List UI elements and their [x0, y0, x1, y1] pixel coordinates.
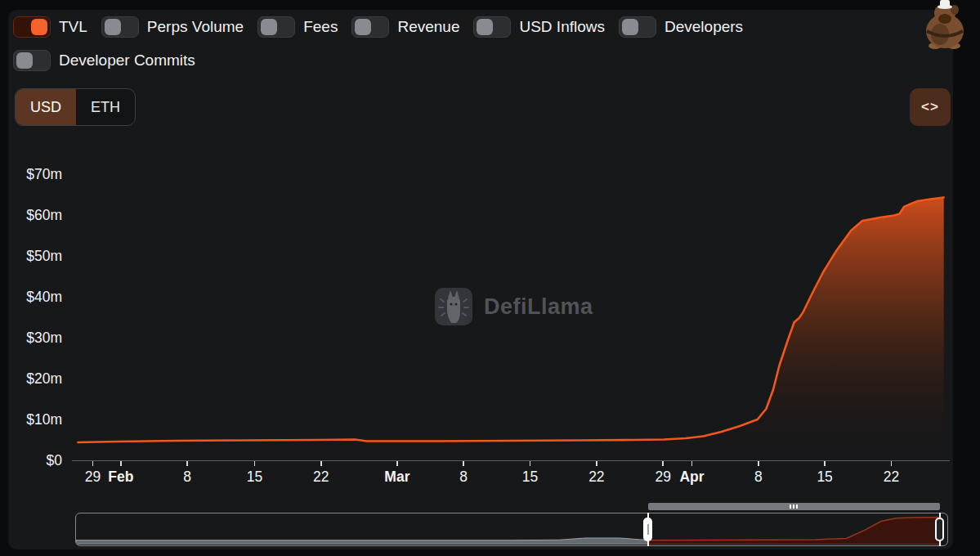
x-axis-label: Apr: [679, 469, 704, 486]
x-axis-tick: [530, 461, 531, 466]
toggle-knob: [355, 19, 371, 35]
drag-grip-icon: [796, 504, 798, 509]
x-axis-label: 8: [754, 469, 763, 486]
toggle-knob: [477, 19, 493, 35]
toggle-knob: [622, 19, 638, 35]
toggle-label: USD Inflows: [519, 18, 605, 36]
toggle-knob: [16, 52, 33, 69]
currency-option-eth[interactable]: ETH: [76, 89, 135, 125]
drag-grip-icon: [793, 504, 794, 509]
y-axis-label: $50m: [8, 248, 62, 265]
tvl-area-fill: [78, 198, 943, 462]
toggle-developer-commits[interactable]: Developer Commits: [13, 50, 195, 71]
x-axis-tick: [596, 461, 597, 466]
y-axis-label: $20m: [8, 370, 62, 388]
embed-code-button[interactable]: <>: [910, 88, 951, 126]
toggle-knob: [31, 19, 47, 35]
toggle-switch[interactable]: [351, 16, 389, 38]
x-axis-tick: [396, 461, 398, 466]
x-axis-label: 8: [183, 469, 191, 486]
x-axis-label: 22: [884, 469, 899, 486]
x-axis-label: 29: [85, 469, 101, 486]
toggle-switch[interactable]: [13, 16, 51, 38]
toggle-switch[interactable]: [13, 50, 51, 71]
brush-selected-area: [649, 518, 941, 545]
toggle-label: Revenue: [397, 18, 459, 36]
toggle-tvl[interactable]: TVL: [13, 16, 87, 38]
brush-drag-bar[interactable]: [648, 503, 940, 510]
brush-left-handle[interactable]: [643, 518, 652, 541]
currency-option-usd[interactable]: USD: [16, 89, 76, 125]
x-axis-tick: [254, 461, 256, 466]
toggle-switch[interactable]: [257, 16, 295, 38]
toggle-fees[interactable]: Fees: [257, 16, 338, 38]
code-icon: <>: [921, 99, 939, 115]
metric-toggle-row-2: Developer Commits: [13, 50, 195, 71]
y-axis-label: $30m: [8, 330, 62, 347]
x-axis-tick: [92, 461, 94, 466]
brush-minichart: [76, 513, 946, 545]
toggle-revenue[interactable]: Revenue: [351, 16, 459, 38]
x-axis-tick: [186, 461, 188, 466]
toggle-label: Fees: [303, 18, 338, 36]
x-axis-tick: [824, 461, 826, 466]
x-axis-tick: [320, 461, 322, 466]
defillama-chart-screen: TVLPerps VolumeFeesRevenueUSD InflowsDev…: [0, 0, 980, 556]
toggle-developers[interactable]: Developers: [619, 16, 743, 38]
x-axis-line: [72, 460, 950, 462]
x-axis-tick: [891, 461, 893, 466]
y-axis-label: $0: [8, 452, 62, 469]
x-axis-label: Feb: [108, 469, 133, 486]
toggle-label: TVL: [59, 18, 87, 36]
x-axis-label: 15: [817, 469, 832, 486]
toggle-perps-volume[interactable]: Perps Volume: [101, 16, 244, 38]
brush-minimap[interactable]: [75, 513, 948, 546]
x-axis-tick: [662, 461, 664, 466]
brush-right-handle[interactable]: [935, 518, 944, 541]
toggle-label: Perps Volume: [147, 18, 244, 36]
toggle-switch[interactable]: [473, 16, 511, 38]
toggle-knob: [261, 19, 277, 35]
toggle-label: Developer Commits: [59, 52, 195, 70]
metric-toggle-row-1: TVLPerps VolumeFeesRevenueUSD InflowsDev…: [13, 16, 743, 38]
x-axis-label: Mar: [384, 469, 409, 486]
x-axis-tick: [463, 461, 464, 466]
brush-unselected-area: [76, 538, 649, 545]
x-axis-label: 22: [588, 469, 604, 486]
y-axis-label: $70m: [8, 166, 62, 183]
x-axis-tick: [691, 461, 693, 466]
toggle-knob: [105, 19, 121, 35]
x-axis-label: 15: [522, 469, 538, 486]
x-axis-label: 8: [459, 469, 468, 486]
llama-mascot: [915, 0, 973, 49]
tvl-area-chart[interactable]: [74, 152, 948, 461]
y-axis-label: $40m: [8, 289, 62, 306]
toggle-label: Developers: [665, 18, 743, 36]
x-axis-label: 15: [247, 469, 262, 486]
currency-switch: USDETH: [15, 88, 136, 126]
toggle-switch[interactable]: [619, 16, 656, 38]
drag-grip-icon: [790, 504, 791, 509]
x-axis-tick: [120, 461, 122, 466]
x-axis-label: 29: [655, 469, 670, 486]
toggle-usd-inflows[interactable]: USD Inflows: [473, 16, 605, 38]
y-axis-label: $60m: [8, 207, 62, 224]
toggle-switch[interactable]: [101, 16, 139, 38]
y-axis-label: $10m: [8, 411, 62, 428]
x-axis-label: 22: [313, 469, 329, 486]
x-axis-tick: [758, 461, 759, 466]
